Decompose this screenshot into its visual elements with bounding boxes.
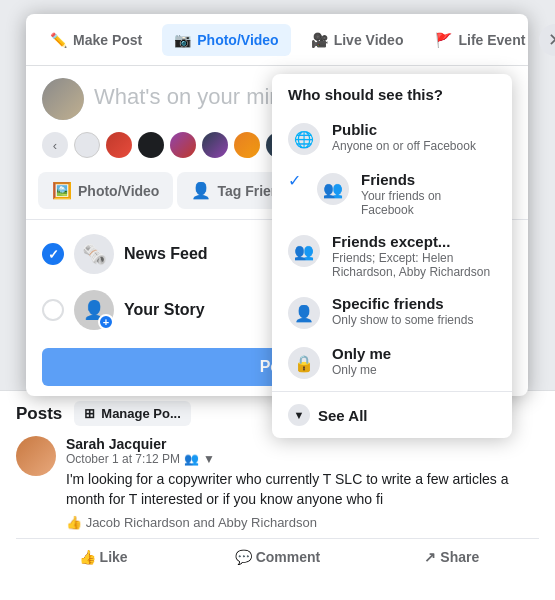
friends-except-text: Friends except... Friends; Except: Helen… [332,233,496,279]
color-swatch-1[interactable] [106,132,132,158]
post-likes: 👍 Jacob Richardson and Abby Richardson [66,515,539,530]
like-button[interactable]: 👍 Like [16,543,190,571]
color-swatch-2[interactable] [138,132,164,158]
friends-check-mark: ✓ [288,171,301,190]
manage-posts-icon: ⊞ [84,406,95,421]
news-feed-icon: 🗞️ [74,234,114,274]
color-swatch-3[interactable] [170,132,196,158]
palette-prev-button[interactable]: ‹ [42,132,68,158]
dropdown-item-specific-friends[interactable]: 👤 Specific friends Only show to some fri… [272,287,512,337]
make-post-label: Make Post [73,32,142,48]
tab-photo-video[interactable]: 📷 Photo/Video [162,24,290,56]
photo-video-action-icon: 🖼️ [52,181,72,200]
post-card: Sarah Jacquier October 1 at 7:12 PM 👥 ▼ … [16,436,539,530]
public-label: Public [332,121,476,138]
see-all-label: See All [318,407,367,424]
audience-dropdown-menu: Who should see this? 🌐 Public Anyone on … [272,74,512,438]
friends-except-icon: 👥 [288,235,320,267]
comment-button[interactable]: 💬 Comment [190,543,364,571]
post-text: I'm looking for a copywriter who current… [66,470,539,509]
color-swatch-0[interactable] [74,132,100,158]
manage-posts-button[interactable]: ⊞ Manage Po... [74,401,190,426]
dropdown-divider [272,391,512,392]
friends-dd-label: Friends [361,171,496,188]
photo-video-label: Photo/Video [197,32,278,48]
specific-friends-sublabel: Only show to some friends [332,313,473,327]
close-button[interactable]: ✕ [539,24,555,56]
photo-video-action-label: Photo/Video [78,183,159,199]
color-swatch-5[interactable] [234,132,260,158]
your-story-checkbox[interactable] [42,299,64,321]
news-feed-checkbox[interactable] [42,243,64,265]
post-avatar [16,436,56,476]
dropdown-item-friends[interactable]: ✓ 👥 Friends Your friends on Facebook [272,163,512,225]
user-avatar [42,78,84,120]
tag-friends-icon: 👤 [191,181,211,200]
dropdown-item-only-me[interactable]: 🔒 Only me Only me [272,337,512,387]
dropdown-item-friends-except[interactable]: 👥 Friends except... Friends; Except: Hel… [272,225,512,287]
post-author: Sarah Jacquier [66,436,539,452]
dropdown-header: Who should see this? [272,82,512,113]
post-audience-dropdown-icon: ▼ [203,452,215,466]
live-video-label: Live Video [334,32,404,48]
only-me-sublabel: Only me [332,363,391,377]
photo-video-icon: 📷 [174,32,191,48]
create-post-modal: ✏️ Make Post 📷 Photo/Video 🎥 Live Video … [26,14,528,396]
modal-header: ✏️ Make Post 📷 Photo/Video 🎥 Live Video … [26,14,528,66]
friends-except-label: Friends except... [332,233,496,250]
story-plus-icon: + [98,314,114,330]
life-event-icon: 🚩 [435,32,452,48]
tab-life-event[interactable]: 🚩 Life Event [423,24,537,56]
tab-make-post[interactable]: ✏️ Make Post [38,24,154,56]
news-feed-label: News Feed [124,245,208,263]
manage-posts-label: Manage Po... [101,406,180,421]
specific-friends-icon: 👤 [288,297,320,329]
live-video-icon: 🎥 [311,32,328,48]
dropdown-item-public[interactable]: 🌐 Public Anyone on or off Facebook [272,113,512,163]
specific-friends-label: Specific friends [332,295,473,312]
friends-except-sublabel: Friends; Except: Helen Richardson, Abby … [332,251,496,279]
post-content: Sarah Jacquier October 1 at 7:12 PM 👥 ▼ … [66,436,539,530]
friends-dd-sublabel: Your friends on Facebook [361,189,496,217]
friends-icon-dd: 👥 [317,173,349,205]
only-me-icon: 🔒 [288,347,320,379]
make-post-icon: ✏️ [50,32,67,48]
public-sublabel: Anyone on or off Facebook [332,139,476,153]
color-swatch-4[interactable] [202,132,228,158]
tab-live-video[interactable]: 🎥 Live Video [299,24,416,56]
close-icon: ✕ [548,29,555,51]
see-all-row[interactable]: ▼ See All [272,396,512,434]
share-button[interactable]: ↗ Share [365,543,539,571]
post-date: October 1 at 7:12 PM [66,452,180,466]
your-story-icon-wrap: 👤 + [74,290,114,330]
see-all-arrow-icon: ▼ [288,404,310,426]
your-story-label: Your Story [124,301,205,319]
post-actions: 👍 Like 💬 Comment ↗ Share [16,538,539,571]
post-audience-icon: 👥 [184,452,199,466]
public-text: Public Anyone on or off Facebook [332,121,476,153]
only-me-label: Only me [332,345,391,362]
only-me-text: Only me Only me [332,345,391,377]
life-event-label: Life Event [458,32,525,48]
public-icon: 🌐 [288,123,320,155]
friends-text: Friends Your friends on Facebook [361,171,496,217]
post-meta: October 1 at 7:12 PM 👥 ▼ [66,452,539,466]
photo-video-action-button[interactable]: 🖼️ Photo/Video [38,172,173,209]
avatar-image [42,78,84,120]
posts-title: Posts [16,404,62,424]
specific-friends-text: Specific friends Only show to some frien… [332,295,473,327]
